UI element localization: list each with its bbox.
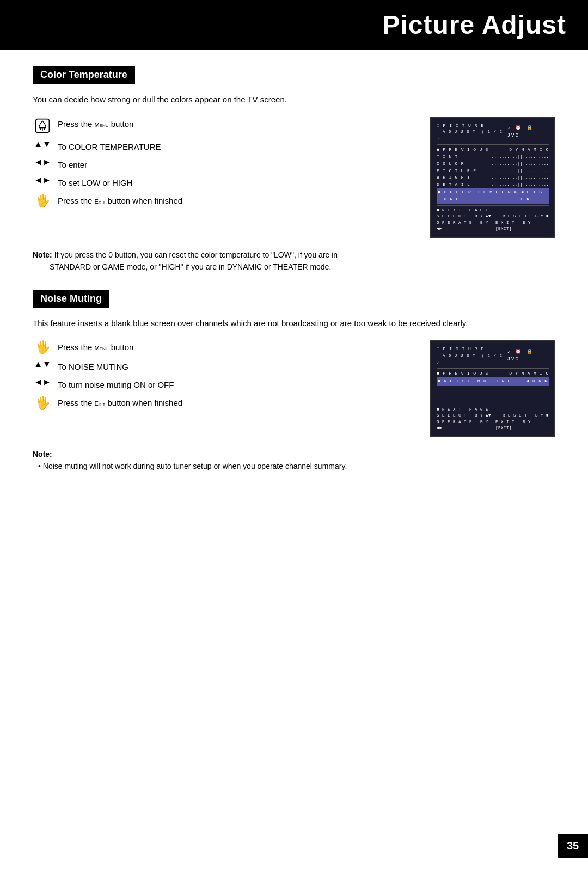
step-text-3: To enter	[58, 158, 87, 170]
step-row: ◄► To enter	[33, 158, 408, 170]
updown-arrow-icon: ▲▼	[33, 140, 52, 149]
step-row: ▲▼ To COLOR TEMPERATURE	[33, 140, 408, 152]
color-temp-note: Note: If you press the 0 button, you can…	[33, 249, 555, 273]
section-color-temperature: Color Temperature You can decide how str…	[33, 66, 555, 273]
color-temp-description: You can decide how strong or dull the co…	[33, 94, 555, 106]
page-title: Picture Adjust	[0, 10, 566, 40]
hand-icon-4: 🖐	[33, 396, 52, 410]
page-content: Color Temperature You can decide how str…	[0, 50, 588, 505]
step-text-5: Press the Exit button when finished	[58, 194, 182, 206]
hand-icon-3: 🖐	[33, 340, 52, 355]
tv-screen-1: □ P I C T U R E A D J U S T ( 1 / 2 ) ♪ …	[430, 117, 555, 239]
note-label: Note:	[33, 250, 52, 259]
noise-muting-note: Note: Noise muting will not work during …	[33, 448, 555, 473]
hand-icon-2: 🖐	[33, 194, 52, 208]
nm-updown-icon: ▲▼	[33, 360, 52, 369]
section-heading-noise-muting: Noise Muting	[33, 290, 109, 308]
step-text-4: To set LOW or HIGH	[58, 176, 133, 188]
step-row: 🖐 Press the Exit button when finished	[33, 396, 408, 410]
step-row: 🖐 Press the Exit button when finished	[33, 194, 408, 208]
lr-arrow-icon-2: ◄►	[33, 176, 52, 185]
note-text: If you press the 0 button, you can reset…	[33, 250, 338, 271]
step-row: ▲▼ To NOISE MUTING	[33, 360, 408, 372]
nm-step-text-2: To NOISE MUTING	[58, 360, 128, 372]
hand-icon: 🖐	[33, 117, 52, 135]
step-row: 🖐 Press the Menu button	[33, 340, 408, 355]
step-row: ◄► To set LOW or HIGH	[33, 176, 408, 188]
section-heading-color-temperature: Color Temperature	[33, 66, 135, 84]
step-text-1: Press the Menu button	[58, 117, 133, 130]
color-temp-steps-list: 🖐 Press the Menu button ▲▼ To COLOR TEMP…	[33, 117, 408, 213]
page-number: 35	[558, 834, 588, 858]
tv-screen-2: □ P I C T U R E A D J U S T ( 2 / 2 ) ♪ …	[430, 340, 555, 437]
nm-bullet-note: Noise muting will not work during auto t…	[38, 460, 555, 472]
nm-step-text-1: Press the Menu button	[58, 340, 133, 353]
nm-lr-icon: ◄►	[33, 378, 52, 387]
nm-step-text-4: Press the Exit button when finished	[58, 396, 182, 408]
step-row: 🖐 Press the Menu button	[33, 117, 408, 135]
title-bar: Picture Adjust	[0, 0, 588, 50]
nm-step-text-3: To turn noise muting ON or OFF	[58, 378, 174, 390]
noise-muting-steps-list: 🖐 Press the Menu button ▲▼ To NOISE MUTI…	[33, 340, 408, 415]
noise-muting-steps-area: 🖐 Press the Menu button ▲▼ To NOISE MUTI…	[33, 340, 555, 437]
step-row: ◄► To turn noise muting ON or OFF	[33, 378, 408, 390]
nm-note-label: Note:	[33, 450, 52, 459]
noise-muting-description: This feature inserts a blank blue screen…	[33, 317, 555, 330]
section-noise-muting: Noise Muting This feature inserts a blan…	[33, 290, 555, 473]
lr-arrow-icon: ◄►	[33, 158, 52, 167]
color-temp-steps-area: 🖐 Press the Menu button ▲▼ To COLOR TEMP…	[33, 117, 555, 239]
step-text-2: To COLOR TEMPERATURE	[58, 140, 161, 152]
